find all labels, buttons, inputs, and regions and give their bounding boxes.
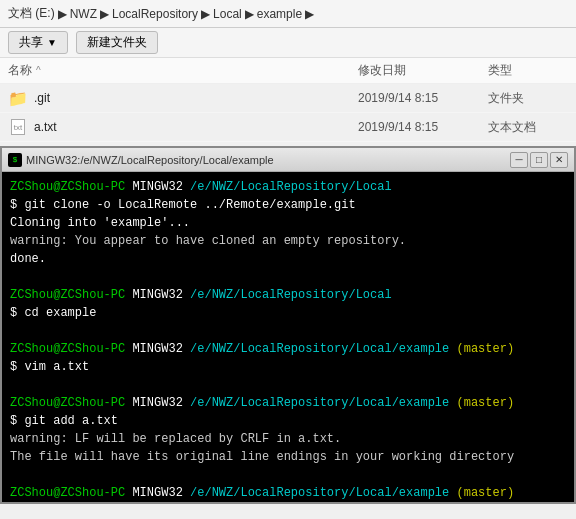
- terminal-line: [10, 268, 566, 286]
- terminal-line: $ vim a.txt: [10, 358, 566, 376]
- explorer-container: 文档 (E:) ▶ NWZ ▶ LocalRepository ▶ Local …: [0, 0, 576, 142]
- breadcrumb-arrow-5: ▶: [305, 7, 314, 21]
- breadcrumb-part-2: NWZ: [70, 7, 97, 21]
- terminal-line: ZCShou@ZCShou-PC MINGW32 /e/NWZ/LocalRep…: [10, 394, 566, 412]
- breadcrumb-arrow-1: ▶: [58, 7, 67, 21]
- file-date: 2019/9/14 8:15: [358, 120, 488, 134]
- toolbar: 共享 ▼ 新建文件夹: [0, 28, 576, 58]
- list-item[interactable]: 📁 .git 2019/9/14 8:15 文件夹: [0, 84, 576, 113]
- terminal-icon: $: [8, 153, 22, 167]
- file-date: 2019/9/14 8:15: [358, 91, 488, 105]
- terminal-line: done.: [10, 250, 566, 268]
- terminal-line: warning: You appear to have cloned an em…: [10, 232, 566, 250]
- terminal-titlebar: $ MINGW32:/e/NWZ/LocalRepository/Local/e…: [2, 148, 574, 172]
- breadcrumb-arrow-2: ▶: [100, 7, 109, 21]
- breadcrumb-arrow-3: ▶: [201, 7, 210, 21]
- terminal-line: warning: LF will be replaced by CRLF in …: [10, 430, 566, 448]
- terminal-line: $ git add a.txt: [10, 412, 566, 430]
- terminal-line: [10, 466, 566, 484]
- file-name: .git: [34, 91, 358, 105]
- col-name-label: 名称: [8, 62, 32, 79]
- close-button[interactable]: ✕: [550, 152, 568, 168]
- breadcrumb-part-1: 文档 (E:): [8, 5, 55, 22]
- file-name: a.txt: [34, 120, 358, 134]
- terminal-title-text: MINGW32:/e/NWZ/LocalRepository/Local/exa…: [26, 154, 274, 166]
- breadcrumb-part-4: Local: [213, 7, 242, 21]
- breadcrumb-part-3: LocalRepository: [112, 7, 198, 21]
- col-type-header[interactable]: 类型: [488, 62, 568, 79]
- terminal-line: ZCShou@ZCShou-PC MINGW32 /e/NWZ/LocalRep…: [10, 286, 566, 304]
- col-name-header[interactable]: 名称 ^: [8, 62, 358, 79]
- terminal-line: $ cd example: [10, 304, 566, 322]
- folder-icon: 📁: [8, 88, 28, 108]
- terminal-line: Cloning into 'example'...: [10, 214, 566, 232]
- terminal-line: [10, 322, 566, 340]
- breadcrumb-arrow-4: ▶: [245, 7, 254, 21]
- terminal-line: ZCShou@ZCShou-PC MINGW32 /e/NWZ/LocalRep…: [10, 178, 566, 196]
- txt-icon-glyph: txt: [11, 119, 25, 135]
- terminal-line: ZCShou@ZCShou-PC MINGW32 /e/NWZ/LocalRep…: [10, 340, 566, 358]
- maximize-button[interactable]: □: [530, 152, 548, 168]
- file-type: 文本文档: [488, 119, 568, 136]
- file-icon: txt: [8, 117, 28, 137]
- sort-arrow-icon: ^: [36, 65, 41, 76]
- terminal-controls: ─ □ ✕: [510, 152, 568, 168]
- folder-icon-glyph: 📁: [8, 89, 28, 108]
- share-arrow-icon: ▼: [47, 37, 57, 48]
- terminal-line: [10, 376, 566, 394]
- col-date-label: 修改日期: [358, 63, 406, 77]
- share-button[interactable]: 共享 ▼: [8, 31, 68, 54]
- terminal-line: $ git clone -o LocalRemote ../Remote/exa…: [10, 196, 566, 214]
- minimize-button[interactable]: ─: [510, 152, 528, 168]
- col-date-header[interactable]: 修改日期: [358, 62, 488, 79]
- terminal-line: The file will have its original line end…: [10, 448, 566, 466]
- col-type-label: 类型: [488, 63, 512, 77]
- new-folder-label: 新建文件夹: [87, 34, 147, 51]
- terminal-line: ZCShou@ZCShou-PC MINGW32 /e/NWZ/LocalRep…: [10, 484, 566, 502]
- file-list-header: 名称 ^ 修改日期 类型: [0, 58, 576, 84]
- terminal-title: $ MINGW32:/e/NWZ/LocalRepository/Local/e…: [8, 153, 274, 167]
- terminal-body[interactable]: ZCShou@ZCShou-PC MINGW32 /e/NWZ/LocalRep…: [2, 172, 574, 502]
- list-item[interactable]: txt a.txt 2019/9/14 8:15 文本文档: [0, 113, 576, 142]
- share-label: 共享: [19, 34, 43, 51]
- terminal-window: $ MINGW32:/e/NWZ/LocalRepository/Local/e…: [0, 146, 576, 504]
- breadcrumb[interactable]: 文档 (E:) ▶ NWZ ▶ LocalRepository ▶ Local …: [0, 0, 576, 28]
- breadcrumb-part-5: example: [257, 7, 302, 21]
- file-type: 文件夹: [488, 90, 568, 107]
- new-folder-button[interactable]: 新建文件夹: [76, 31, 158, 54]
